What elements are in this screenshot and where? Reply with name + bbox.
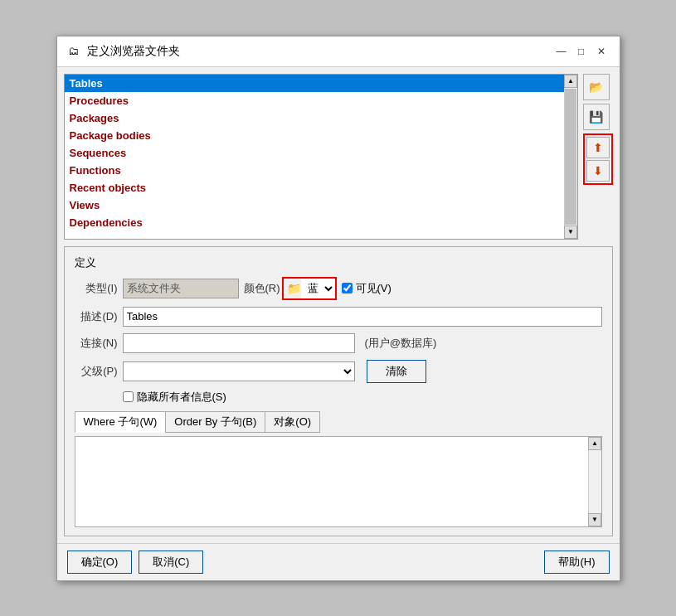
parent-row: 父级(P) 清除 xyxy=(75,360,602,383)
dialog-icon: 🗂 xyxy=(67,45,80,58)
ok-button[interactable]: 确定(O) xyxy=(67,551,133,574)
list-item[interactable]: Views xyxy=(65,196,564,214)
conn-input[interactable] xyxy=(123,333,355,353)
tab-button[interactable]: 对象(O) xyxy=(265,411,320,433)
list-container: TablesProceduresPackagesPackage bodiesSe… xyxy=(64,74,578,240)
desc-label: 描述(D) xyxy=(75,309,118,324)
list-item[interactable]: Procedures xyxy=(65,92,564,109)
parent-select[interactable] xyxy=(123,361,355,381)
list-item[interactable]: Sequences xyxy=(65,144,564,162)
list-item[interactable]: Functions xyxy=(65,162,564,179)
title-bar: 🗂 定义浏览器文件夹 — □ ✕ xyxy=(57,36,620,67)
color-select-wrapper: 📁 蓝 红 绿 黄 xyxy=(282,277,337,300)
list-item[interactable]: Tables xyxy=(65,75,564,92)
move-up-button[interactable]: ⬆ xyxy=(586,137,610,158)
help-button[interactable]: 帮助(H) xyxy=(544,551,609,574)
color-folder-icon: 📁 xyxy=(287,282,301,295)
list-item[interactable]: Recent objects xyxy=(65,179,564,196)
move-down-button[interactable]: ⬇ xyxy=(586,160,610,182)
tabs-row: Where 子句(W)Order By 子句(B)对象(O) xyxy=(75,411,602,433)
move-button-group: ⬆ ⬇ xyxy=(583,133,613,185)
hide-owner-label[interactable]: 隐藏所有者信息(S) xyxy=(123,390,226,405)
hide-owner-text: 隐藏所有者信息(S) xyxy=(137,390,226,405)
list-items: TablesProceduresPackagesPackage bodiesSe… xyxy=(65,75,564,239)
conn-row: 连接(N) (用户@数据库) xyxy=(75,333,602,353)
conn-hint: (用户@数据库) xyxy=(365,336,437,351)
list-item[interactable]: Dependencies xyxy=(65,214,564,231)
minimize-button[interactable]: — xyxy=(553,43,570,60)
list-item[interactable]: Packages xyxy=(65,109,564,127)
tab-button[interactable]: Order By 子句(B) xyxy=(165,411,265,433)
maximize-button[interactable]: □ xyxy=(573,43,590,60)
open-folder-button[interactable]: 📂 xyxy=(583,74,610,100)
desc-row: 描述(D) xyxy=(75,307,602,327)
visible-checkbox-label[interactable]: 可见(V) xyxy=(342,281,391,296)
tab-scroll-down[interactable]: ▼ xyxy=(588,513,601,526)
list-item[interactable]: Package bodies xyxy=(65,127,564,144)
dialog-window: 🗂 定义浏览器文件夹 — □ ✕ TablesProceduresPackage… xyxy=(56,36,620,581)
hide-owner-row: 隐藏所有者信息(S) xyxy=(123,390,602,405)
parent-label: 父级(P) xyxy=(75,364,118,379)
type-label: 类型(I) xyxy=(75,281,118,296)
type-input xyxy=(123,279,239,298)
definition-section: 定义 类型(I) 颜色(R) 📁 蓝 红 绿 黄 可见(V) 描述(D) xyxy=(64,246,613,536)
footer-left: 确定(O) 取消(C) xyxy=(67,551,204,574)
footer: 确定(O) 取消(C) 帮助(H) xyxy=(57,543,620,580)
save-folder-button[interactable]: 💾 xyxy=(583,104,610,130)
title-bar-controls: — □ ✕ xyxy=(553,43,610,60)
tab-content-area: ▲ ▼ xyxy=(75,436,602,527)
scroll-up-arrow[interactable]: ▲ xyxy=(564,75,577,88)
desc-input[interactable] xyxy=(123,307,602,327)
dialog-title: 定义浏览器文件夹 xyxy=(87,44,547,59)
conn-label: 连接(N) xyxy=(75,336,118,351)
main-content: TablesProceduresPackagesPackage bodiesSe… xyxy=(57,67,620,246)
list-scrollbar: ▲ ▼ xyxy=(564,75,577,239)
hide-owner-checkbox[interactable] xyxy=(123,391,134,402)
side-buttons: 📂 💾 ⬆ ⬇ xyxy=(583,74,613,240)
tab-button[interactable]: Where 子句(W) xyxy=(75,411,167,433)
scroll-down-arrow[interactable]: ▼ xyxy=(564,226,577,239)
visible-label: 可见(V) xyxy=(356,281,391,296)
cancel-button[interactable]: 取消(C) xyxy=(139,551,203,574)
scroll-thumb[interactable] xyxy=(565,89,576,225)
close-button[interactable]: ✕ xyxy=(593,43,610,60)
clear-button[interactable]: 清除 xyxy=(367,360,426,383)
tab-scroll-up[interactable]: ▲ xyxy=(588,437,601,450)
type-row: 类型(I) 颜色(R) 📁 蓝 红 绿 黄 可见(V) xyxy=(75,277,602,300)
tab-content-scrollbar: ▲ ▼ xyxy=(588,437,601,526)
color-select[interactable]: 蓝 红 绿 黄 xyxy=(301,279,335,298)
color-label: 颜色(R) xyxy=(244,281,277,296)
section-title: 定义 xyxy=(75,255,602,270)
visible-checkbox[interactable] xyxy=(342,283,353,293)
